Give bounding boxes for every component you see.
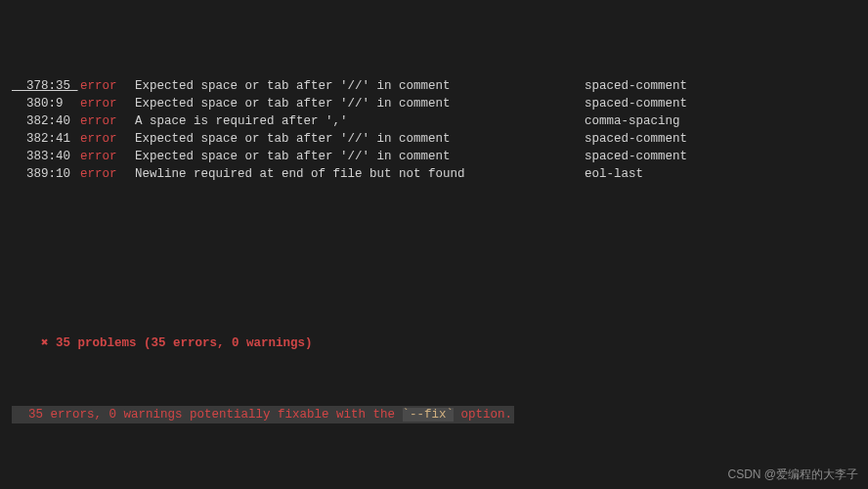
fixable-post: option. (454, 408, 512, 422)
eslint-error-row: 382:41 errorExpected space or tab after … (12, 130, 856, 148)
error-location: 380:9 (12, 95, 80, 112)
eslint-error-row: 383:40 errorExpected space or tab after … (12, 148, 856, 165)
error-message: Expected space or tab after '//' in comm… (135, 130, 585, 148)
eslint-summary: ✖ 35 problems (35 errors, 0 warnings) (12, 317, 856, 370)
error-location: 389:10 (12, 165, 80, 183)
error-location: 378:35 (12, 77, 80, 95)
watermark: CSDN @爱编程的大李子 (727, 467, 858, 483)
error-level: error (80, 165, 135, 183)
error-level: error (80, 95, 135, 112)
error-level: error (80, 77, 135, 95)
fixable-flag: `--fix` (403, 408, 455, 422)
eslint-error-row: 378:35 errorExpected space or tab after … (12, 77, 856, 95)
error-level: error (80, 112, 135, 130)
eslint-fixable-hint: 35 errors, 0 warnings potentially fixabl… (12, 406, 856, 423)
error-level: error (80, 148, 135, 165)
error-message: Expected space or tab after '//' in comm… (135, 148, 585, 165)
error-location: 383:40 (12, 148, 80, 165)
error-rule: comma-spacing (585, 114, 680, 128)
error-message: Newline required at end of file but not … (135, 165, 585, 183)
error-rule: spaced-comment (585, 97, 687, 111)
error-location: 382:40 (12, 112, 80, 130)
error-message: A space is required after ',' (135, 112, 585, 130)
error-rule: eol-last (585, 167, 643, 181)
error-message: Expected space or tab after '//' in comm… (135, 77, 585, 95)
error-level: error (80, 130, 135, 148)
error-rule: spaced-comment (585, 132, 687, 146)
terminal-output: 378:35 errorExpected space or tab after … (0, 0, 868, 489)
summary-text: 35 problems (35 errors, 0 warnings) (56, 336, 313, 350)
error-message: Expected space or tab after '//' in comm… (135, 95, 585, 112)
fixable-pre: 35 errors, 0 warnings potentially fixabl… (14, 408, 403, 422)
x-icon: ✖ (41, 336, 49, 350)
eslint-error-row: 380:9 errorExpected space or tab after '… (12, 95, 856, 112)
error-rule: spaced-comment (585, 150, 687, 163)
eslint-error-row: 389:10 errorNewline required at end of f… (12, 165, 856, 183)
error-rule: spaced-comment (585, 79, 687, 93)
eslint-error-row: 382:40 errorA space is required after ',… (12, 112, 856, 130)
eslint-error-list: 378:35 errorExpected space or tab after … (12, 77, 856, 184)
error-location: 382:41 (12, 130, 80, 148)
